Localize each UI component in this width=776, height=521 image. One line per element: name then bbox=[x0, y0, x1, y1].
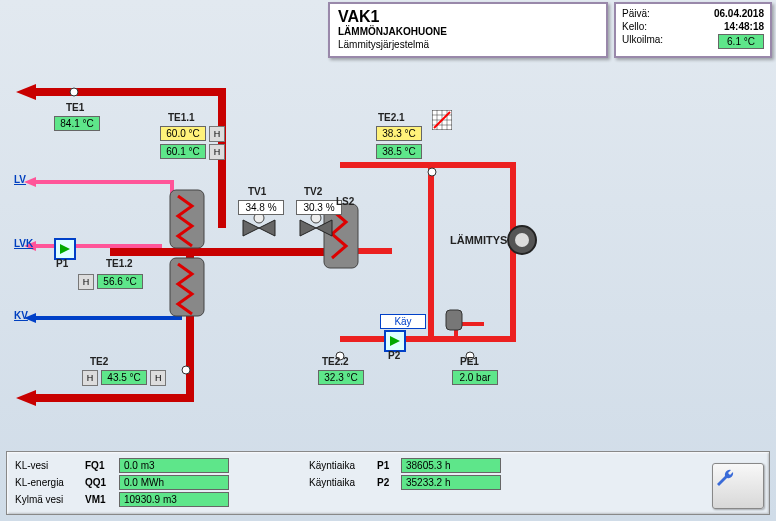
pe1-value[interactable]: 2.0 bar bbox=[452, 370, 498, 385]
heating-label: LÄMMITYS bbox=[450, 234, 507, 246]
te2-value[interactable]: 43.5 °C bbox=[101, 370, 147, 385]
kl-vesi-tag: FQ1 bbox=[85, 460, 119, 471]
svg-marker-42 bbox=[390, 336, 400, 346]
footer-panel: KL-vesi FQ1 0.0 m3 Käyntiaika P1 38605.3… bbox=[6, 451, 770, 515]
p2-label: P2 bbox=[388, 350, 400, 361]
header-title: VAK1 bbox=[338, 8, 598, 26]
svg-point-36 bbox=[182, 366, 190, 374]
te21-label: TE2.1 bbox=[378, 112, 405, 123]
runtime-p2-value[interactable]: 35233.2 h bbox=[401, 475, 501, 490]
kl-energia-label: KL-energia bbox=[15, 477, 85, 488]
te12-value[interactable]: 56.6 °C bbox=[97, 274, 143, 289]
svg-marker-41 bbox=[60, 244, 70, 254]
te21-pv[interactable]: 38.5 °C bbox=[376, 144, 422, 159]
svg-rect-16 bbox=[428, 162, 434, 340]
kl-vesi-value[interactable]: 0.0 m3 bbox=[119, 458, 229, 473]
date-value: 06.04.2018 bbox=[714, 8, 764, 19]
svg-rect-5 bbox=[36, 394, 194, 402]
kl-energia-tag: QQ1 bbox=[85, 477, 119, 488]
tv2-label: TV2 bbox=[304, 186, 322, 197]
runtime-p1-value[interactable]: 38605.3 h bbox=[401, 458, 501, 473]
svg-rect-7 bbox=[36, 180, 174, 184]
lvk-link[interactable]: LVK bbox=[14, 238, 33, 249]
te12-label: TE1.2 bbox=[106, 258, 133, 269]
curve-icon[interactable] bbox=[432, 110, 452, 130]
lv-link[interactable]: LV bbox=[14, 174, 26, 185]
tv1-label: TV1 bbox=[248, 186, 266, 197]
te2-tag: TE2 bbox=[90, 356, 108, 367]
runtime2-label: Käyntiaika bbox=[309, 477, 377, 488]
svg-point-37 bbox=[428, 168, 436, 176]
te1-value[interactable]: 84.1 °C bbox=[54, 116, 100, 131]
svg-rect-20 bbox=[428, 336, 516, 342]
te22-value[interactable]: 32.3 °C bbox=[318, 370, 364, 385]
svg-rect-24 bbox=[170, 258, 204, 316]
svg-rect-15 bbox=[340, 162, 434, 168]
runtime1-label: Käyntiaika bbox=[309, 460, 377, 471]
kylma-vesi-value[interactable]: 10930.9 m3 bbox=[119, 492, 229, 507]
te11-pv[interactable]: 60.1 °C bbox=[160, 144, 206, 159]
svg-rect-34 bbox=[446, 310, 462, 330]
time-label: Kello: bbox=[622, 21, 647, 32]
pe1-label: PE1 bbox=[460, 356, 479, 367]
te11-pv-h-button[interactable]: H bbox=[209, 144, 225, 160]
te22-label: TE2.2 bbox=[322, 356, 349, 367]
svg-rect-18 bbox=[428, 162, 516, 168]
pump-p1[interactable] bbox=[54, 238, 76, 260]
svg-rect-3 bbox=[110, 248, 340, 256]
p1-label: P1 bbox=[56, 258, 68, 269]
ls2-label: LS2 bbox=[336, 196, 354, 207]
svg-rect-12 bbox=[36, 316, 182, 320]
svg-rect-23 bbox=[170, 190, 204, 248]
settings-button[interactable] bbox=[712, 463, 764, 509]
p2-state[interactable]: Käy bbox=[380, 314, 426, 329]
wrench-icon bbox=[713, 464, 741, 492]
tv1-value[interactable]: 34.8 % bbox=[238, 200, 284, 215]
svg-marker-0 bbox=[16, 84, 36, 100]
te12-h-button[interactable]: H bbox=[78, 274, 94, 290]
header-panel: VAK1 LÄMMÖNJAKOHUONE Lämmitysjärjestelmä bbox=[328, 2, 608, 58]
kl-energia-value[interactable]: 0.0 MWh bbox=[119, 475, 229, 490]
kl-vesi-label: KL-vesi bbox=[15, 460, 85, 471]
kv-link[interactable]: KV bbox=[14, 310, 28, 321]
runtime1-tag: P1 bbox=[377, 460, 401, 471]
te21-setpoint[interactable]: 38.3 °C bbox=[376, 126, 422, 141]
kylma-vesi-label: Kylmä vesi bbox=[15, 494, 85, 505]
outdoor-label: Ulkoilma: bbox=[622, 34, 663, 49]
date-label: Päivä: bbox=[622, 8, 650, 19]
svg-rect-1 bbox=[36, 88, 226, 96]
te2-h2-button[interactable]: H bbox=[150, 370, 166, 386]
te1-label: TE1 bbox=[66, 102, 84, 113]
header-clock: Päivä:06.04.2018 Kello:14:48:18 Ulkoilma… bbox=[614, 2, 772, 58]
svg-point-35 bbox=[70, 88, 78, 96]
te11-setpoint[interactable]: 60.0 °C bbox=[160, 126, 206, 141]
kylma-vesi-tag: VM1 bbox=[85, 494, 119, 505]
hmi-canvas: VAK1 LÄMMÖNJAKOHUONE Lämmitysjärjestelmä… bbox=[0, 0, 776, 521]
te11-label: TE1.1 bbox=[168, 112, 195, 123]
header-sub: LÄMMÖNJAKOHUONE bbox=[338, 26, 598, 37]
time-value: 14:48:18 bbox=[724, 21, 764, 32]
te2-h1-button[interactable]: H bbox=[82, 370, 98, 386]
svg-marker-6 bbox=[16, 390, 36, 406]
runtime2-tag: P2 bbox=[377, 477, 401, 488]
header-desc: Lämmitysjärjestelmä bbox=[338, 39, 598, 50]
outdoor-value[interactable]: 6.1 °C bbox=[718, 34, 764, 49]
svg-point-33 bbox=[515, 233, 529, 247]
pump-p2[interactable] bbox=[384, 330, 406, 352]
te11-sp-h-button[interactable]: H bbox=[209, 126, 225, 142]
